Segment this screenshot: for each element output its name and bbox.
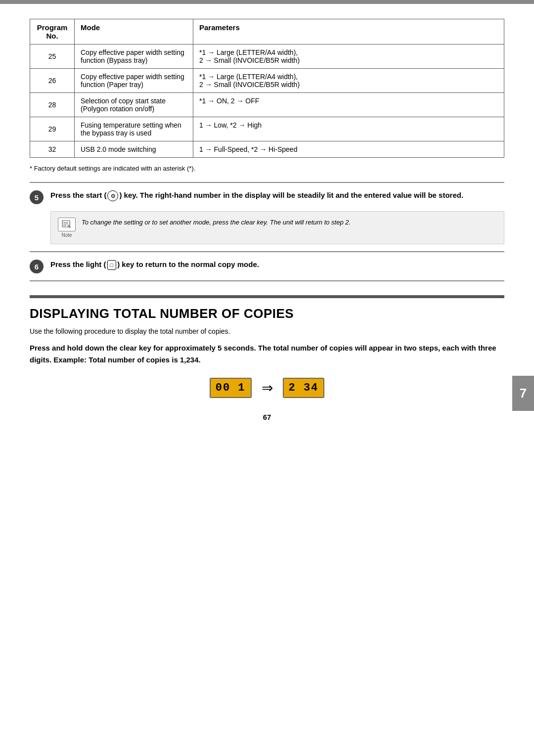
params-cell: *1 → Large (LETTER/A4 width),2 → Small (… [193,44,504,69]
program-table: ProgramNo. Mode Parameters 25 Copy effec… [30,19,504,158]
chapter-tab: 7 [512,376,534,411]
step6-text: Press the light (□) key to return to the… [50,259,504,270]
step6-badge: 6 [30,260,44,273]
header-program-no: ProgramNo. [30,19,75,44]
light-key-icon: □ [107,260,117,270]
table-footnote: * Factory default settings are indicated… [30,165,504,172]
section-divider [30,295,504,298]
section-intro: Use the following procedure to display t… [30,327,504,335]
program-num: 28 [30,93,75,117]
note-box: Note To change the setting or to set ano… [50,211,504,244]
note-pencil-icon [62,220,72,229]
program-num: 25 [30,44,75,69]
params-cell: 1 → Low, *2 → High [193,117,504,141]
table-row: 25 Copy effective paper width setting fu… [30,44,504,69]
table-row: 29 Fusing temperature setting when the b… [30,117,504,141]
step6-section: 6 Press the light (□) key to return to t… [30,252,504,281]
step5-badge: 5 [30,190,44,204]
params-cell: 1 → Full-Speed, *2 → Hi-Speed [193,141,504,158]
display-example: 00 1 ⇒ 2 34 [30,378,504,398]
page-number: 67 [30,413,504,421]
display-digits-second: 2 34 [289,382,319,394]
program-num: 29 [30,117,75,141]
display-box-first: 00 1 [210,378,252,398]
step5-text: Press the start (⊙) key. The right-hand … [50,190,504,201]
note-label: Note [61,232,72,238]
step5-section: 5 Press the start (⊙) key. The right-han… [30,182,504,252]
section-title: DISPLAYING TOTAL NUMBER OF COPIES [30,306,504,321]
display-arrow-icon: ⇒ [262,380,273,396]
note-icon-wrap: Note [58,218,76,238]
mode-cell: Selection of copy start state (Polygon r… [75,93,193,117]
top-bar [0,0,534,4]
params-cell: *1 → ON, 2 → OFF [193,93,504,117]
mode-cell: Copy effective paper width setting funct… [75,69,193,93]
start-key-icon: ⊙ [107,190,118,201]
header-parameters: Parameters [193,19,504,44]
note-icon [58,218,76,231]
display-digits-first: 00 1 [216,382,246,394]
program-num: 26 [30,69,75,93]
mode-cell: USB 2.0 mode switching [75,141,193,158]
program-num: 32 [30,141,75,158]
mode-cell: Copy effective paper width setting funct… [75,44,193,69]
table-row: 32 USB 2.0 mode switching 1 → Full-Speed… [30,141,504,158]
note-text: To change the setting or to set another … [82,218,351,227]
mode-cell: Fusing temperature setting when the bypa… [75,117,193,141]
header-mode: Mode [75,19,193,44]
params-cell: *1 → Large (LETTER/A4 width),2 → Small (… [193,69,504,93]
svg-marker-4 [68,225,71,228]
table-row: 26 Copy effective paper width setting fu… [30,69,504,93]
section-bold-text: Press and hold down the clear key for ap… [30,342,504,366]
table-row: 28 Selection of copy start state (Polygo… [30,93,504,117]
display-box-second: 2 34 [283,378,325,398]
